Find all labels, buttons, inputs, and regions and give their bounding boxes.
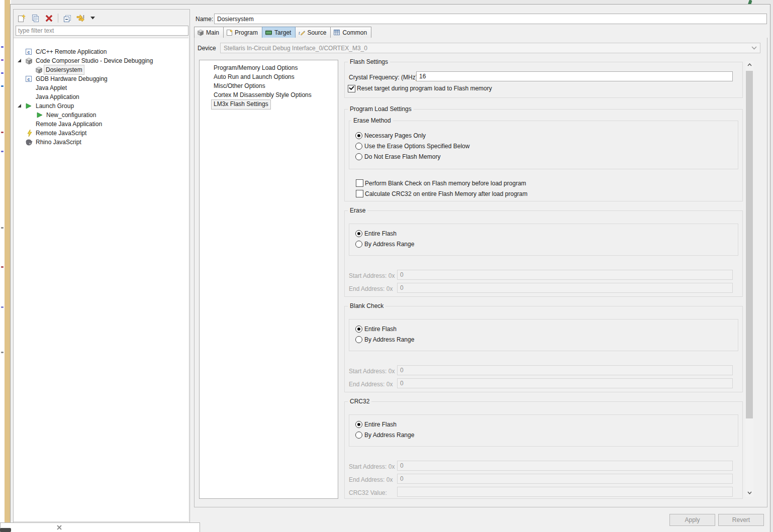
name-label: Name: bbox=[196, 16, 213, 23]
tree-item-java-application[interactable]: Java Application bbox=[14, 92, 188, 101]
perform-blank-check-label[interactable]: Perform Blank Check on Flash memory befo… bbox=[365, 180, 526, 187]
erase-start-address-input bbox=[397, 270, 733, 280]
target-tab-icon bbox=[265, 30, 272, 36]
blank-check-end-address-label: End Address: 0x bbox=[349, 381, 393, 388]
do-not-erase-label[interactable]: Do Not Erase Flash Memory bbox=[364, 153, 440, 160]
tab-main[interactable]: Main bbox=[194, 27, 224, 38]
settings-category-list: Program/Memory Load Options Auto Run and… bbox=[199, 60, 338, 499]
erase-entire-flash-label[interactable]: Entire Flash bbox=[364, 230, 397, 237]
background-editor-sliver bbox=[0, 0, 11, 532]
collapse-all-button[interactable] bbox=[62, 13, 72, 23]
tree-item-launch-group[interactable]: Launch Group bbox=[14, 101, 188, 111]
filter-icon bbox=[76, 14, 85, 22]
tree-item-ccs-device-debugging[interactable]: Code Composer Studio - Device Debugging bbox=[14, 56, 188, 65]
settings-scrollbar[interactable] bbox=[745, 61, 753, 497]
crc32-entire-flash-label[interactable]: Entire Flash bbox=[364, 421, 397, 428]
blank-check-by-address-label[interactable]: By Address Range bbox=[364, 336, 414, 343]
do-not-erase-radio[interactable] bbox=[355, 153, 362, 160]
tab-target[interactable]: Target bbox=[262, 27, 296, 38]
category-auto-run-launch[interactable]: Auto Run and Launch Options bbox=[212, 72, 297, 81]
tab-program[interactable]: Program bbox=[223, 27, 262, 38]
tree-item-dosiersystem[interactable]: Dosiersystem bbox=[14, 65, 188, 74]
crc32-entire-flash-radio[interactable] bbox=[355, 421, 362, 428]
device-combo[interactable]: Stellaris In-Circuit Debug Interface_0/C… bbox=[220, 43, 760, 53]
tree-item-remote-javascript[interactable]: Remote JavaScript bbox=[14, 129, 188, 138]
erase-necessary-pages-label[interactable]: Necessary Pages Only bbox=[364, 132, 426, 139]
expanded-arrow-icon[interactable] bbox=[18, 104, 22, 109]
tree-item-java-applet[interactable]: Java Applet bbox=[14, 83, 188, 92]
erase-options-below-radio[interactable] bbox=[355, 143, 362, 150]
tree-item-remote-java-application[interactable]: Remote Java Application bbox=[14, 120, 188, 129]
program-load-settings-title: Program Load Settings bbox=[348, 105, 414, 113]
blank-check-by-address-radio[interactable] bbox=[355, 336, 362, 343]
tree-item-new-configuration[interactable]: New_configuration bbox=[14, 111, 188, 120]
erase-necessary-pages-radio[interactable] bbox=[355, 132, 362, 139]
reset-target-checkbox[interactable] bbox=[348, 85, 355, 92]
duplicate-icon bbox=[31, 14, 40, 23]
background-ruler-bar bbox=[5, 0, 10, 532]
launch-group-play-icon bbox=[25, 102, 33, 110]
tree-item-rhino-javascript[interactable]: Rhino JavaScript bbox=[14, 138, 188, 147]
toolbar-menu-button[interactable] bbox=[89, 13, 95, 23]
delete-launch-configuration-button[interactable] bbox=[44, 13, 54, 23]
launch-configurations-panel: c C/C++ Remote Application Code Composer… bbox=[13, 9, 190, 532]
erase-entire-flash-radio[interactable] bbox=[355, 230, 362, 237]
main-tab-icon bbox=[197, 29, 204, 36]
crc32-by-address-label[interactable]: By Address Range bbox=[364, 432, 414, 439]
apply-button[interactable]: Apply bbox=[669, 514, 715, 526]
collapse-all-icon bbox=[63, 14, 72, 23]
new-launch-configuration-icon bbox=[18, 14, 26, 23]
erase-by-address-label[interactable]: By Address Range bbox=[364, 241, 414, 248]
erase-end-address-input bbox=[397, 283, 733, 293]
play-icon bbox=[36, 111, 44, 119]
tree-item-gdb-hardware-debugging[interactable]: c GDB Hardware Debugging bbox=[14, 74, 188, 83]
filter-launch-configurations-button[interactable] bbox=[76, 13, 86, 23]
name-input[interactable] bbox=[214, 14, 767, 24]
filter-input[interactable] bbox=[16, 26, 188, 36]
blank-check-entire-flash-radio[interactable] bbox=[355, 326, 362, 333]
crystal-frequency-input[interactable] bbox=[416, 71, 733, 81]
javascript-icon bbox=[26, 129, 34, 137]
scrollbar-thumb[interactable] bbox=[746, 71, 753, 418]
crc32-scope-box: Entire Flash By Address Range bbox=[349, 414, 738, 447]
crc32-group: CRC32 Entire Flash By Address Range Star… bbox=[344, 401, 743, 499]
toolbar-separator bbox=[58, 14, 58, 23]
calculate-crc32-checkbox[interactable] bbox=[356, 190, 363, 197]
scroll-up-button[interactable] bbox=[745, 61, 753, 69]
category-misc-other[interactable]: Misc/Other Options bbox=[212, 81, 267, 90]
scroll-down-button[interactable] bbox=[745, 489, 753, 497]
erase-group: Erase Entire Flash By Address Range Star… bbox=[344, 210, 743, 297]
crc32-title: CRC32 bbox=[348, 398, 371, 405]
blank-check-entire-flash-label[interactable]: Entire Flash bbox=[364, 326, 397, 333]
perform-blank-check-checkbox[interactable] bbox=[356, 179, 363, 187]
reset-target-label[interactable]: Reset target during program load to Flas… bbox=[357, 85, 492, 92]
ccs-cube-icon bbox=[25, 57, 33, 65]
erase-by-address-radio[interactable] bbox=[355, 241, 362, 248]
duplicate-launch-configuration-button[interactable] bbox=[30, 13, 40, 23]
source-tab-icon: t bbox=[298, 29, 305, 36]
svg-text:c: c bbox=[27, 77, 30, 82]
debug-configurations-dialog: c C/C++ Remote Application Code Composer… bbox=[10, 4, 770, 532]
tree-item-cpp-remote-application[interactable]: c C/C++ Remote Application bbox=[14, 47, 188, 56]
close-icon[interactable] bbox=[57, 525, 62, 530]
tab-common[interactable]: Common bbox=[330, 27, 371, 38]
revert-button[interactable]: Revert bbox=[718, 514, 764, 526]
category-program-memory-load[interactable]: Program/Memory Load Options bbox=[212, 63, 300, 72]
crc32-by-address-radio[interactable] bbox=[355, 432, 362, 439]
calculate-crc32-label[interactable]: Calculate CRC32 on entire Flash Memory a… bbox=[365, 190, 527, 197]
crc32-value-input bbox=[397, 487, 733, 497]
ccs-cube-icon bbox=[35, 66, 43, 74]
erase-scope-box: Entire Flash By Address Range bbox=[349, 224, 738, 256]
svg-text:c: c bbox=[27, 50, 30, 55]
erase-method-group: Erase Method Necessary Pages Only Use th… bbox=[349, 121, 738, 169]
erase-options-below-label[interactable]: Use the Erase Options Specified Below bbox=[364, 143, 469, 150]
tab-source[interactable]: t Source bbox=[295, 27, 331, 38]
scroll-down-icon bbox=[747, 491, 752, 494]
category-cortex-m-disassembly[interactable]: Cortex M Disassembly Style Options bbox=[212, 90, 314, 99]
crc32-start-address-label: Start Address: 0x bbox=[349, 463, 395, 470]
launch-configurations-tree: c C/C++ Remote Application Code Composer… bbox=[14, 38, 188, 522]
device-label: Device bbox=[198, 45, 216, 52]
expanded-arrow-icon[interactable] bbox=[18, 59, 22, 63]
category-lm3x-flash-settings[interactable]: LM3x Flash Settings bbox=[211, 99, 271, 110]
new-launch-configuration-button[interactable] bbox=[17, 13, 27, 23]
